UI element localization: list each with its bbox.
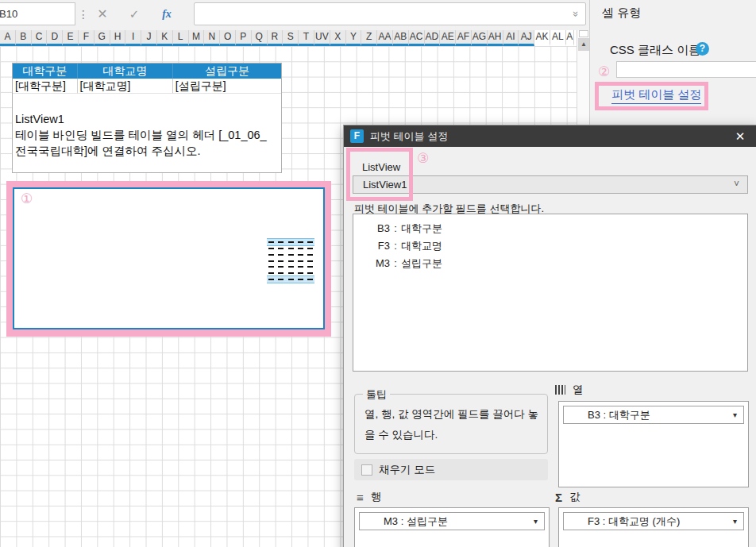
callout-3-highlight-box	[346, 148, 413, 201]
column-header[interactable]: G	[94, 30, 110, 46]
field-list-item[interactable]: M3:설립구분	[353, 255, 747, 272]
field-key: F3	[353, 237, 390, 255]
column-header[interactable]: F	[79, 30, 94, 46]
field-list-item[interactable]: B3:대학구분	[353, 220, 747, 237]
values-field-item[interactable]: F3 : 대학교명 (개수) ▾	[563, 512, 744, 530]
mini-table-dash	[288, 241, 294, 243]
pivot-placeholder-widget[interactable]	[267, 238, 314, 283]
pivot-table-settings-link[interactable]: 피벗 테이블 설정	[611, 87, 701, 104]
tooltip-text: 열, 행, 값 영역간에 필드를 끌어다 놓을 수 있습니다.	[355, 395, 547, 445]
column-header[interactable]: S	[283, 30, 299, 46]
table-data-row: [대학구분] [대학교명] [설립구분]	[13, 79, 281, 94]
column-header[interactable]: AC	[409, 30, 425, 46]
formula-expand-icon[interactable]: »	[570, 11, 582, 17]
columns-section-label: 열	[555, 383, 584, 397]
values-dropzone[interactable]: F3 : 대학교명 (개수) ▾	[558, 507, 749, 547]
chevron-down-icon: ˅	[734, 176, 739, 193]
column-header[interactable]: AF	[456, 30, 472, 46]
column-header[interactable]: J	[141, 30, 157, 46]
column-header[interactable]: M	[189, 30, 205, 46]
help-icon[interactable]: ?	[696, 42, 709, 56]
column-header[interactable]: T	[299, 30, 314, 46]
scroll-up-button[interactable]: ▲	[578, 38, 589, 51]
field-list-item[interactable]: F3:대학교명	[353, 237, 747, 255]
insert-function-button[interactable]: fx	[156, 2, 178, 25]
column-header[interactable]: E	[63, 30, 79, 46]
column-header[interactable]: AD	[425, 30, 441, 46]
column-header[interactable]: D	[47, 30, 63, 46]
chevron-down-icon[interactable]: ▾	[733, 406, 737, 423]
table-header-cell[interactable]: 대학구분	[13, 64, 78, 79]
columns-field-item[interactable]: B3 : 대학구분 ▾	[563, 406, 744, 424]
pivot-target-area[interactable]: ①	[13, 187, 325, 329]
mini-table-row	[267, 275, 314, 283]
column-header[interactable]: A	[566, 30, 574, 46]
column-header[interactable]: UV	[314, 30, 330, 46]
column-header[interactable]: R	[268, 30, 284, 46]
binding-instruction-text: ListView1 테이블 바인딩 빌드를 테이블 열의 헤더 [_01_06_…	[13, 94, 281, 159]
column-header[interactable]: AK	[534, 30, 550, 46]
css-class-input[interactable]	[616, 61, 756, 78]
table-data-cell[interactable]: [설립구분]	[173, 79, 281, 94]
rows-dropzone[interactable]: M3 : 설립구분 ▾	[354, 507, 550, 547]
column-header[interactable]: H	[110, 30, 126, 46]
column-header[interactable]: AG	[472, 30, 488, 46]
available-fields-list[interactable]: B3:대학구분F3:대학교명M3:설립구분	[353, 214, 748, 372]
column-header[interactable]: P	[236, 30, 252, 46]
dialog-titlebar[interactable]: F 피벗 테이블 설정 ✕	[344, 125, 756, 147]
confirm-entry-button[interactable]: ✓	[124, 2, 145, 25]
mini-table-dash	[268, 248, 274, 249]
chevron-down-icon[interactable]: ▾	[534, 513, 538, 530]
column-header[interactable]: O	[220, 30, 236, 46]
column-header[interactable]: AB	[393, 30, 409, 46]
mini-table-dash	[278, 260, 284, 262]
column-header[interactable]: AA	[377, 30, 393, 46]
rows-field-item[interactable]: M3 : 설립구분 ▾	[359, 512, 545, 530]
mini-table-dash	[268, 260, 274, 262]
pivot-settings-dialog: F 피벗 테이블 설정 ✕ ListView ③ ListView1 ˅ 피벗 …	[343, 125, 756, 547]
table-header-cell[interactable]: 대학교명	[78, 64, 173, 79]
column-header[interactable]: A	[0, 30, 16, 46]
column-header[interactable]: AL	[550, 30, 566, 46]
column-header[interactable]: X	[330, 30, 346, 46]
column-header[interactable]: L	[173, 30, 189, 46]
mini-table-dash	[307, 266, 313, 268]
cancel-entry-button[interactable]: ✕	[92, 2, 113, 25]
columns-dropzone[interactable]: B3 : 대학구분 ▾	[558, 401, 749, 487]
table-header-row: 대학구분 대학교명 설립구분	[13, 64, 281, 79]
chevron-down-icon[interactable]: ▾	[733, 513, 737, 530]
values-label-text: 값	[569, 490, 580, 504]
column-header[interactable]: AJ	[519, 30, 534, 46]
formula-input[interactable]: »	[194, 2, 586, 25]
column-header[interactable]: I	[125, 30, 141, 46]
mini-table-row	[267, 246, 314, 252]
mini-table-dash	[307, 254, 313, 256]
column-header[interactable]: K	[157, 30, 173, 46]
table-data-cell[interactable]: [대학구분]	[13, 79, 78, 94]
mini-table-dash	[268, 266, 274, 268]
selected-region-highlight: ①	[6, 181, 331, 337]
field-separator: :	[390, 237, 401, 255]
column-header[interactable]: C	[32, 30, 48, 46]
mini-table-dash	[268, 254, 274, 256]
column-header[interactable]: B	[16, 30, 32, 46]
field-separator: :	[390, 255, 401, 272]
table-data-cell[interactable]: [대학교명]	[78, 79, 173, 94]
field-name: 대학교명	[401, 237, 442, 255]
mini-table-row	[267, 264, 314, 270]
mini-table-dash	[288, 272, 294, 274]
cell-name-box[interactable]: B10	[0, 2, 75, 25]
table-header-cell[interactable]: 설립구분	[173, 64, 281, 79]
column-header[interactable]: Z	[361, 30, 377, 46]
mini-table-dash	[278, 279, 284, 280]
mini-table-dash	[278, 254, 284, 256]
column-header[interactable]: AE	[440, 30, 456, 46]
mini-table-dash	[278, 272, 284, 274]
column-header[interactable]: N	[204, 30, 220, 46]
column-header[interactable]: AI	[503, 30, 519, 46]
column-header[interactable]: Y	[346, 30, 362, 46]
close-icon[interactable]: ✕	[731, 128, 749, 145]
fill-mode-checkbox[interactable]	[361, 464, 372, 476]
column-header[interactable]: Q	[252, 30, 268, 46]
column-header[interactable]: AH	[488, 30, 503, 46]
